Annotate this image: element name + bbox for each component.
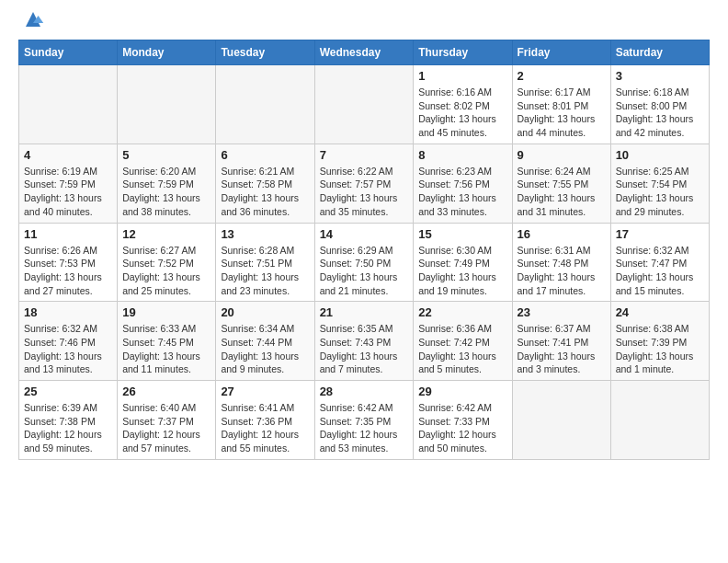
calendar-day-header: Tuesday <box>216 40 314 65</box>
day-number: 16 <box>518 227 606 241</box>
calendar-week-row: 18Sunrise: 6:32 AM Sunset: 7:46 PM Dayli… <box>19 302 710 381</box>
calendar-week-row: 4Sunrise: 6:19 AM Sunset: 7:59 PM Daylig… <box>19 144 710 223</box>
calendar-day-cell: 20Sunrise: 6:34 AM Sunset: 7:44 PM Dayli… <box>216 302 314 381</box>
calendar-day-cell: 13Sunrise: 6:28 AM Sunset: 7:51 PM Dayli… <box>216 223 314 302</box>
day-info: Sunrise: 6:26 AM Sunset: 7:53 PM Dayligh… <box>24 244 112 298</box>
day-number: 26 <box>122 385 210 398</box>
day-info: Sunrise: 6:32 AM Sunset: 7:46 PM Dayligh… <box>24 322 112 376</box>
calendar-day-cell: 7Sunrise: 6:22 AM Sunset: 7:57 PM Daylig… <box>314 144 414 223</box>
day-number: 28 <box>320 385 409 398</box>
calendar-day-cell <box>314 65 414 144</box>
calendar-day-cell: 25Sunrise: 6:39 AM Sunset: 7:38 PM Dayli… <box>19 381 118 460</box>
day-info: Sunrise: 6:20 AM Sunset: 7:59 PM Dayligh… <box>122 165 210 219</box>
calendar-day-cell: 2Sunrise: 6:17 AM Sunset: 8:01 PM Daylig… <box>512 65 610 144</box>
day-number: 22 <box>418 305 506 319</box>
day-number: 8 <box>418 148 506 162</box>
day-number: 15 <box>418 227 506 241</box>
day-number: 6 <box>221 148 309 162</box>
day-info: Sunrise: 6:30 AM Sunset: 7:49 PM Dayligh… <box>418 244 506 298</box>
day-number: 25 <box>24 385 112 398</box>
day-number: 14 <box>320 227 409 241</box>
calendar-day-cell <box>216 65 314 144</box>
calendar-day-cell: 17Sunrise: 6:32 AM Sunset: 7:47 PM Dayli… <box>610 223 709 302</box>
calendar-day-cell: 24Sunrise: 6:38 AM Sunset: 7:39 PM Dayli… <box>610 302 709 381</box>
day-info: Sunrise: 6:42 AM Sunset: 7:33 PM Dayligh… <box>418 401 506 455</box>
day-number: 19 <box>122 305 210 319</box>
calendar-day-cell: 9Sunrise: 6:24 AM Sunset: 7:55 PM Daylig… <box>512 144 610 223</box>
day-info: Sunrise: 6:42 AM Sunset: 7:35 PM Dayligh… <box>320 401 409 455</box>
day-info: Sunrise: 6:38 AM Sunset: 7:39 PM Dayligh… <box>616 322 704 376</box>
day-info: Sunrise: 6:24 AM Sunset: 7:55 PM Dayligh… <box>518 165 606 219</box>
day-info: Sunrise: 6:19 AM Sunset: 7:59 PM Dayligh… <box>24 165 112 219</box>
day-number: 24 <box>616 305 704 319</box>
day-info: Sunrise: 6:22 AM Sunset: 7:57 PM Dayligh… <box>320 165 409 219</box>
day-info: Sunrise: 6:17 AM Sunset: 8:01 PM Dayligh… <box>518 86 606 140</box>
day-number: 27 <box>221 385 309 398</box>
calendar-week-row: 25Sunrise: 6:39 AM Sunset: 7:38 PM Dayli… <box>19 381 710 460</box>
day-number: 3 <box>616 69 704 83</box>
day-number: 18 <box>24 305 112 319</box>
calendar-day-cell: 15Sunrise: 6:30 AM Sunset: 7:49 PM Dayli… <box>414 223 512 302</box>
day-number: 12 <box>122 227 210 241</box>
calendar-header: SundayMondayTuesdayWednesdayThursdayFrid… <box>19 40 710 65</box>
calendar-day-header: Saturday <box>610 40 709 65</box>
calendar-day-cell: 22Sunrise: 6:36 AM Sunset: 7:42 PM Dayli… <box>414 302 512 381</box>
calendar-table: SundayMondayTuesdayWednesdayThursdayFrid… <box>18 40 710 460</box>
day-number: 9 <box>518 148 606 162</box>
logo <box>18 23 44 30</box>
day-number: 5 <box>122 148 210 162</box>
calendar-day-cell <box>118 65 216 144</box>
day-info: Sunrise: 6:28 AM Sunset: 7:51 PM Dayligh… <box>221 244 309 298</box>
calendar-day-header: Friday <box>512 40 610 65</box>
calendar-day-cell: 3Sunrise: 6:18 AM Sunset: 8:00 PM Daylig… <box>610 65 709 144</box>
day-info: Sunrise: 6:25 AM Sunset: 7:54 PM Dayligh… <box>616 165 704 219</box>
day-info: Sunrise: 6:23 AM Sunset: 7:56 PM Dayligh… <box>418 165 506 219</box>
calendar-day-cell: 26Sunrise: 6:40 AM Sunset: 7:37 PM Dayli… <box>118 381 216 460</box>
day-info: Sunrise: 6:29 AM Sunset: 7:50 PM Dayligh… <box>320 244 409 298</box>
day-info: Sunrise: 6:18 AM Sunset: 8:00 PM Dayligh… <box>616 86 704 140</box>
calendar-week-row: 11Sunrise: 6:26 AM Sunset: 7:53 PM Dayli… <box>19 223 710 302</box>
day-info: Sunrise: 6:40 AM Sunset: 7:37 PM Dayligh… <box>122 401 210 455</box>
calendar-day-cell: 12Sunrise: 6:27 AM Sunset: 7:52 PM Dayli… <box>118 223 216 302</box>
day-info: Sunrise: 6:35 AM Sunset: 7:43 PM Dayligh… <box>320 322 409 376</box>
calendar-day-cell: 5Sunrise: 6:20 AM Sunset: 7:59 PM Daylig… <box>118 144 216 223</box>
calendar-day-cell <box>19 65 118 144</box>
calendar-day-header: Monday <box>118 40 216 65</box>
day-number: 1 <box>418 69 506 83</box>
day-number: 29 <box>418 385 506 398</box>
day-number: 2 <box>518 69 606 83</box>
calendar-day-cell: 18Sunrise: 6:32 AM Sunset: 7:46 PM Dayli… <box>19 302 118 381</box>
calendar-day-cell: 16Sunrise: 6:31 AM Sunset: 7:48 PM Dayli… <box>512 223 610 302</box>
calendar-day-cell: 11Sunrise: 6:26 AM Sunset: 7:53 PM Dayli… <box>19 223 118 302</box>
day-info: Sunrise: 6:21 AM Sunset: 7:58 PM Dayligh… <box>221 165 309 219</box>
day-number: 21 <box>320 305 409 319</box>
logo-icon <box>22 8 44 30</box>
calendar-day-cell: 21Sunrise: 6:35 AM Sunset: 7:43 PM Dayli… <box>314 302 414 381</box>
calendar-day-cell: 1Sunrise: 6:16 AM Sunset: 8:02 PM Daylig… <box>414 65 512 144</box>
calendar-day-cell: 8Sunrise: 6:23 AM Sunset: 7:56 PM Daylig… <box>414 144 512 223</box>
day-number: 20 <box>221 305 309 319</box>
calendar-day-cell: 10Sunrise: 6:25 AM Sunset: 7:54 PM Dayli… <box>610 144 709 223</box>
day-number: 23 <box>518 305 606 319</box>
calendar-day-cell: 6Sunrise: 6:21 AM Sunset: 7:58 PM Daylig… <box>216 144 314 223</box>
calendar-body: 1Sunrise: 6:16 AM Sunset: 8:02 PM Daylig… <box>19 65 710 460</box>
day-info: Sunrise: 6:33 AM Sunset: 7:45 PM Dayligh… <box>122 322 210 376</box>
calendar-day-cell: 4Sunrise: 6:19 AM Sunset: 7:59 PM Daylig… <box>19 144 118 223</box>
day-info: Sunrise: 6:36 AM Sunset: 7:42 PM Dayligh… <box>418 322 506 376</box>
day-info: Sunrise: 6:32 AM Sunset: 7:47 PM Dayligh… <box>616 244 704 298</box>
day-info: Sunrise: 6:31 AM Sunset: 7:48 PM Dayligh… <box>518 244 606 298</box>
calendar-day-cell <box>512 381 610 460</box>
calendar-day-cell: 14Sunrise: 6:29 AM Sunset: 7:50 PM Dayli… <box>314 223 414 302</box>
calendar-day-header: Thursday <box>414 40 512 65</box>
day-info: Sunrise: 6:41 AM Sunset: 7:36 PM Dayligh… <box>221 401 309 455</box>
calendar-day-cell: 19Sunrise: 6:33 AM Sunset: 7:45 PM Dayli… <box>118 302 216 381</box>
day-number: 17 <box>616 227 704 241</box>
calendar-day-cell: 29Sunrise: 6:42 AM Sunset: 7:33 PM Dayli… <box>414 381 512 460</box>
day-info: Sunrise: 6:39 AM Sunset: 7:38 PM Dayligh… <box>24 401 112 455</box>
calendar-day-cell: 27Sunrise: 6:41 AM Sunset: 7:36 PM Dayli… <box>216 381 314 460</box>
calendar-day-cell: 23Sunrise: 6:37 AM Sunset: 7:41 PM Dayli… <box>512 302 610 381</box>
day-number: 10 <box>616 148 704 162</box>
day-number: 4 <box>24 148 112 162</box>
day-number: 11 <box>24 227 112 241</box>
calendar-week-row: 1Sunrise: 6:16 AM Sunset: 8:02 PM Daylig… <box>19 65 710 144</box>
